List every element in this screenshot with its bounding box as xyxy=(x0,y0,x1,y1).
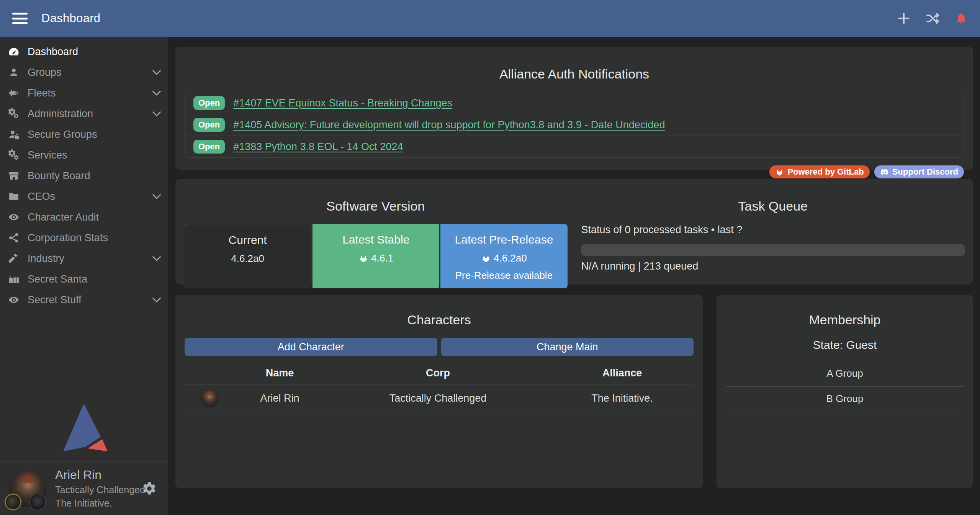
sidebar-item-label: CEOs xyxy=(28,191,55,202)
discord-badge-label: Support Discord xyxy=(892,167,958,177)
task-queue-section: Task Queue Status of 0 processed tasks •… xyxy=(581,189,965,275)
alliance-auth-logo xyxy=(61,404,107,452)
sidebar-user-card: Ariel Rin Tactically Challenged The Init… xyxy=(0,461,168,515)
notification-link[interactable]: #1405 Advisory: Future development will … xyxy=(233,119,665,131)
eye-icon xyxy=(0,294,28,306)
eye-icon xyxy=(0,211,28,223)
support-discord-badge[interactable]: Support Discord xyxy=(874,165,964,178)
sidebar-item-secure-groups[interactable]: Secure Groups xyxy=(0,124,168,145)
notification-link[interactable]: #1407 EVE Equinox Status - Breaking Chan… xyxy=(233,97,452,109)
user-alliance: The Initiative. xyxy=(55,498,145,509)
character-avatar xyxy=(200,389,219,407)
list-item: B Group xyxy=(726,387,964,412)
sidebar-item-label: Fleets xyxy=(28,88,56,98)
sidebar-item-services[interactable]: Services xyxy=(0,145,168,165)
notifications-list: Open #1407 EVE Equinox Status - Breaking… xyxy=(185,92,964,158)
navbar-actions xyxy=(897,11,968,26)
status-badge: Open xyxy=(193,140,225,154)
notifications-bell-icon[interactable] xyxy=(955,12,968,25)
sidebar-item-label: Dashboard xyxy=(28,47,78,57)
chevron-down-icon xyxy=(151,87,162,99)
sidebar-nav: Dashboard Groups Fleets Administration S… xyxy=(0,37,168,310)
user-info: Ariel Rin Tactically Challenged The Init… xyxy=(55,468,145,509)
sidebar-item-bounty-board[interactable]: Bounty Board xyxy=(0,165,168,186)
notification-link[interactable]: #1383 Python 3.8 EOL - 14 Oct 2024 xyxy=(233,141,403,153)
sidebar-item-label: Secret Stuff xyxy=(28,295,82,305)
version-current-label: Current xyxy=(229,234,267,247)
change-main-button[interactable]: Change Main xyxy=(441,338,694,356)
gauge-icon xyxy=(0,46,28,57)
sidebar-item-label: Industry xyxy=(28,253,64,264)
version-current-value: 4.6.2a0 xyxy=(231,253,264,265)
characters-buttons: Add Character Change Main xyxy=(185,338,694,356)
admin-status-panel: Software Version Current 4.6.2a0 Latest … xyxy=(175,179,973,284)
gitlab-icon xyxy=(775,168,784,177)
membership-groups-list: A Group B Group xyxy=(726,361,964,412)
membership-state: State: Guest xyxy=(726,338,964,352)
sidebar-item-character-audit[interactable]: Character Audit xyxy=(0,207,168,227)
sidebar-item-secret-stuff[interactable]: Secret Stuff xyxy=(0,289,168,310)
sidebar-item-label: Secure Groups xyxy=(28,129,97,140)
sidebar-item-industry[interactable]: Industry xyxy=(0,248,168,269)
version-prerelease-box: Latest Pre-Release 4.6.2a0 Pre-Release a… xyxy=(440,224,567,288)
add-character-icon[interactable] xyxy=(897,11,911,26)
task-queue-progressbar xyxy=(581,244,965,256)
shuffle-icon[interactable] xyxy=(926,11,940,26)
column-header-corp: Corp xyxy=(325,361,551,384)
status-badge: Open xyxy=(193,96,225,110)
discord-icon xyxy=(880,168,889,177)
page-title: Dashboard xyxy=(41,11,100,25)
table-row: Ariel Rin Tactically Challenged The Init… xyxy=(185,384,694,412)
sidebar-item-fleets[interactable]: Fleets xyxy=(0,83,168,103)
gitlab-icon xyxy=(358,253,368,263)
gears-icon xyxy=(0,108,28,119)
task-queue-counts: N/A running | 213 queued xyxy=(581,260,965,272)
user-lock-icon xyxy=(0,129,28,140)
version-prerelease-label: Latest Pre-Release xyxy=(455,233,553,246)
corp-logo-badge xyxy=(5,494,21,510)
sidebar-item-administration[interactable]: Administration xyxy=(0,103,168,124)
sidebar-item-label: Administration xyxy=(28,109,93,119)
character-alliance-cell: The Initiative. xyxy=(551,384,694,412)
column-header-alliance: Alliance xyxy=(551,361,694,384)
notification-item: Open #1407 EVE Equinox Status - Breaking… xyxy=(185,92,964,114)
sidebar-item-dashboard[interactable]: Dashboard xyxy=(0,41,168,62)
sidebar-item-label: Character Audit xyxy=(28,212,99,222)
notification-item: Open #1405 Advisory: Future development … xyxy=(185,114,964,136)
share-nodes-icon xyxy=(0,232,28,244)
list-item: A Group xyxy=(726,361,964,387)
sidebar-item-label: Groups xyxy=(28,67,62,78)
software-version-title: Software Version xyxy=(184,199,568,213)
sidebar-item-label: Secret Santa xyxy=(28,274,87,284)
membership-panel: Membership State: Guest A Group B Group xyxy=(717,295,973,488)
main-content: Alliance Auth Notifications Open #1407 E… xyxy=(168,37,980,515)
powered-by-gitlab-badge[interactable]: Powered by GitLab xyxy=(769,165,869,178)
hamburger-menu-icon[interactable] xyxy=(12,13,28,24)
character-corp-cell: Tactically Challenged xyxy=(325,384,551,412)
avatar-column-header xyxy=(185,361,234,384)
sidebar-item-ceos[interactable]: CEOs xyxy=(0,186,168,207)
add-character-button[interactable]: Add Character xyxy=(185,338,437,356)
prerelease-note: Pre-Release available xyxy=(455,270,553,281)
user-name: Ariel Rin xyxy=(55,468,145,482)
characters-title: Characters xyxy=(185,313,694,327)
software-version-section: Software Version Current 4.6.2a0 Latest … xyxy=(184,189,568,275)
characters-panel: Characters Add Character Change Main Nam… xyxy=(175,295,703,488)
user-avatar-group xyxy=(9,470,47,507)
character-name-cell: Ariel Rin xyxy=(234,384,325,412)
hammer-icon xyxy=(0,253,28,264)
sidebar-item-label: Bounty Board xyxy=(28,171,90,181)
sidebar-item-secret-santa[interactable]: Secret Santa xyxy=(0,269,168,289)
gifts-icon xyxy=(0,273,28,285)
column-header-name: Name xyxy=(234,361,325,384)
sidebar-item-groups[interactable]: Groups xyxy=(0,62,168,83)
chevron-down-icon xyxy=(151,294,162,306)
bottom-row: Characters Add Character Change Main Nam… xyxy=(175,295,973,488)
version-prerelease-value: 4.6.2a0 xyxy=(494,252,527,264)
gitlab-icon xyxy=(481,253,491,263)
sidebar-item-corporation-stats[interactable]: Corporation Stats xyxy=(0,227,168,248)
top-navbar: Dashboard xyxy=(0,0,980,37)
gitlab-badge-label: Powered by GitLab xyxy=(787,167,864,177)
fleet-icon xyxy=(0,87,28,99)
user-settings-gear-icon[interactable] xyxy=(142,481,157,496)
